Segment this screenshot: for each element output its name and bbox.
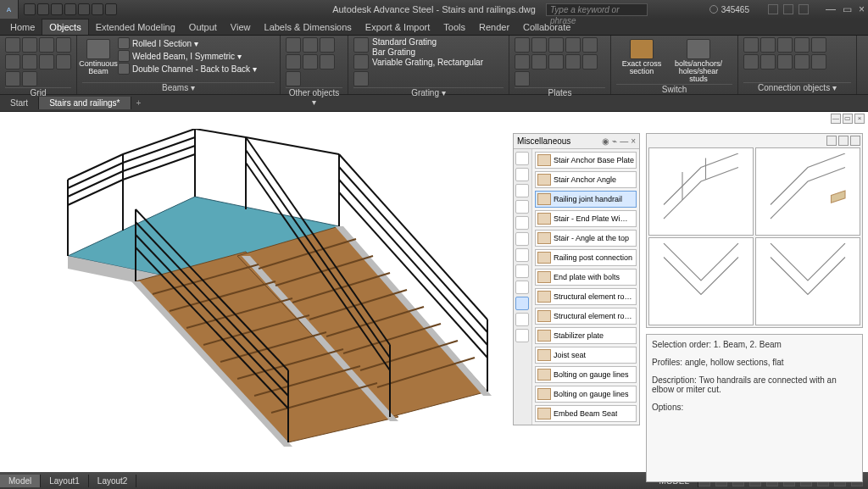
palette-cat-icon[interactable] (515, 152, 529, 165)
palette-cat-icon[interactable] (515, 281, 529, 294)
grid-icon[interactable] (22, 37, 37, 53)
panel-label[interactable]: Connection objects ▾ (743, 82, 851, 94)
palette-item[interactable]: Structural element ro… (535, 288, 637, 305)
palette-item[interactable]: Structural element ro… (535, 308, 637, 325)
plate-icon[interactable] (515, 37, 530, 53)
palette-item[interactable]: Stair - Angle at the top (535, 230, 637, 247)
palette-item[interactable]: Bolting on gauge lines (535, 386, 637, 403)
tab-extended-modeling[interactable]: Extended Modeling (89, 19, 182, 35)
plate-icon[interactable] (531, 54, 547, 69)
variable-grating[interactable]: Variable Grating, Rectangular (372, 58, 483, 67)
palette-cat-icon[interactable] (515, 184, 529, 197)
obj-icon[interactable] (320, 37, 335, 53)
grid-icon[interactable] (56, 54, 71, 69)
panel-label[interactable]: Other objects ▾ (286, 87, 342, 99)
double-channel[interactable]: Double Channel - Back to Back ▾ (118, 63, 257, 75)
palette-cat-icon[interactable] (515, 232, 529, 246)
conn-icon[interactable] (777, 37, 793, 53)
help-icon[interactable] (783, 4, 793, 14)
bolts-anchors[interactable]: bolts/anchors/ holes/shear studs (669, 37, 728, 83)
layout-tab-model[interactable]: Model (0, 475, 41, 487)
obj-icon[interactable] (303, 54, 318, 69)
conn-icon[interactable] (760, 54, 776, 69)
palette-cat-icon[interactable] (515, 248, 529, 262)
tab-view[interactable]: View (224, 19, 258, 35)
plate-icon[interactable] (565, 37, 581, 53)
vp-min-icon[interactable]: — (831, 114, 841, 124)
palette-cat-icon[interactable] (515, 313, 529, 326)
grid-icon[interactable] (39, 37, 54, 53)
doc-tab-start[interactable]: Start (0, 97, 39, 109)
layout-tab-1[interactable]: Layout1 (41, 475, 89, 487)
vp-max-icon[interactable]: ▭ (843, 114, 853, 124)
preview-max-icon[interactable] (838, 136, 849, 146)
tab-labels-dimensions[interactable]: Labels & Dimensions (258, 19, 359, 35)
grating-icon[interactable] (353, 54, 369, 69)
palette-item[interactable]: Railing joint handrail (535, 191, 637, 208)
palette-item[interactable]: Railing post connection (535, 249, 637, 266)
layout-tab-2[interactable]: Layout2 (89, 475, 137, 487)
palette-cat-icon[interactable] (515, 264, 529, 278)
qat-icon[interactable] (51, 3, 63, 15)
conn-icon[interactable] (777, 54, 793, 69)
conn-icon[interactable] (743, 37, 759, 53)
minimize-button[interactable]: — (826, 3, 836, 15)
panel-label[interactable]: Beams ▾ (82, 82, 275, 94)
app-menu-button[interactable]: A (0, 0, 19, 19)
minimize-icon[interactable]: — (620, 136, 628, 146)
plate-icon[interactable] (531, 37, 547, 53)
exact-cross-section[interactable]: Exact cross section (616, 37, 667, 75)
palette-item[interactable]: Stabilizer plate (535, 327, 637, 344)
qat-icon[interactable] (105, 3, 117, 15)
new-tab-button[interactable]: + (131, 98, 147, 108)
palette-item[interactable]: Stair Anchor Angle (535, 171, 637, 188)
palette-item[interactable]: Embed Beam Seat (535, 405, 637, 422)
conn-icon[interactable] (794, 37, 810, 53)
preview-min-icon[interactable] (826, 136, 837, 146)
plate-icon[interactable] (548, 54, 564, 69)
palette-item[interactable]: Stair Anchor Base Plate (535, 152, 637, 169)
preview-thumb[interactable] (755, 147, 860, 236)
obj-icon[interactable] (286, 37, 301, 53)
grating-icon[interactable] (353, 71, 369, 86)
exchange-icon[interactable] (768, 4, 778, 14)
doc-tab-stairs[interactable]: Stairs and railings* (39, 97, 131, 109)
help-dropdown-icon[interactable] (798, 4, 809, 14)
conn-icon[interactable] (794, 54, 810, 69)
conn-icon[interactable] (811, 54, 826, 69)
camera-icon[interactable]: ◉ (602, 136, 609, 146)
tab-objects[interactable]: Objects (42, 19, 88, 35)
preview-thumb[interactable] (648, 147, 754, 236)
welded-beam[interactable]: Welded Beam, I Symmetric ▾ (118, 50, 257, 62)
qat-icon[interactable] (78, 3, 90, 15)
palette-cat-icon[interactable] (515, 216, 529, 230)
grid-icon[interactable] (56, 37, 71, 53)
conn-icon[interactable] (760, 37, 776, 53)
plate-icon[interactable] (582, 37, 598, 53)
plate-icon[interactable] (515, 54, 530, 69)
obj-icon[interactable] (303, 37, 318, 53)
close-button[interactable]: × (859, 3, 865, 15)
palette-item[interactable]: Joist seat (535, 347, 637, 364)
qat-icon[interactable] (64, 3, 76, 15)
grid-icon[interactable] (5, 37, 20, 53)
grid-icon[interactable] (22, 54, 37, 69)
obj-icon[interactable] (286, 71, 301, 86)
grid-icon[interactable] (22, 71, 37, 86)
vp-close-icon[interactable]: × (854, 114, 865, 124)
maximize-button[interactable]: ▭ (843, 3, 852, 15)
grating-icon[interactable] (353, 37, 369, 53)
continuous-beam-button[interactable]: Continuous Beam (82, 37, 114, 75)
palette-header[interactable]: Miscellaneous ◉ ⌁ — × (514, 134, 639, 149)
obj-icon[interactable] (320, 54, 335, 69)
plate-icon[interactable] (582, 54, 598, 69)
qat-icon[interactable] (37, 3, 49, 15)
palette-item[interactable]: Stair - End Plate Wi… (535, 210, 637, 227)
search-input[interactable]: Type a keyword or phrase (546, 3, 648, 16)
plate-icon[interactable] (548, 37, 564, 53)
preview-thumb[interactable] (648, 237, 754, 325)
grid-icon[interactable] (5, 71, 20, 86)
bar-grating[interactable]: Bar Grating (372, 47, 483, 57)
tab-home[interactable]: Home (3, 19, 42, 35)
user-account[interactable]: 345465 (709, 5, 749, 14)
